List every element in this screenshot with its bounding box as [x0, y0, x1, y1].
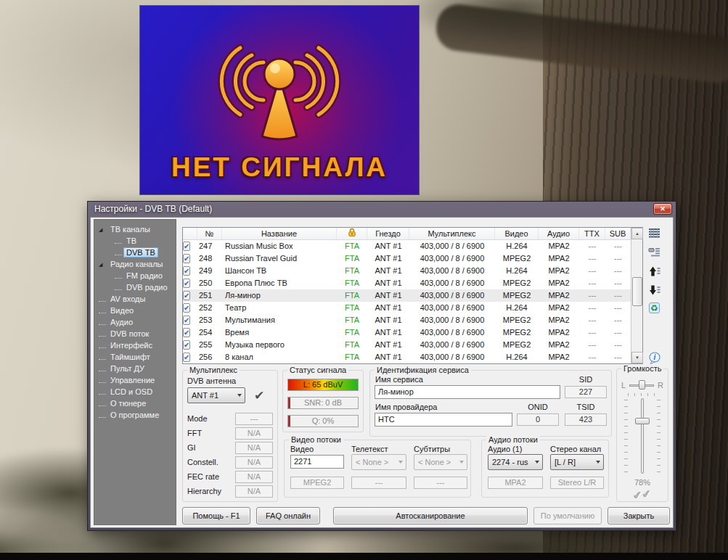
column-header[interactable]: SUB: [605, 228, 631, 239]
column-header[interactable]: Видео: [495, 228, 539, 239]
provider-field[interactable]: НТС: [375, 413, 512, 427]
sidebar-item[interactable]: Таймшифт: [94, 351, 176, 363]
column-header[interactable]: Аудио: [539, 228, 579, 239]
antenna-select[interactable]: ANT #1: [187, 387, 245, 403]
info-icon[interactable]: i: [648, 352, 661, 365]
table-row[interactable]: ✔252ТеатрFTAANT #1403,000 / 8 / 6900H.26…: [183, 302, 631, 314]
ttx-value: ---: [579, 339, 605, 351]
sidebar-item[interactable]: Пульт ДУ: [94, 363, 176, 374]
table-row[interactable]: ✔251Ля-минорFTAANT #1403,000 / 8 / 6900M…: [183, 289, 631, 302]
sidebar-item[interactable]: ТВ: [94, 235, 176, 247]
vertical-scrollbar[interactable]: ▲ ▼: [631, 228, 642, 363]
checkbox-checked[interactable]: ✔: [183, 279, 190, 288]
move-down-icon[interactable]: [648, 284, 661, 297]
scrollbar-thumb[interactable]: [632, 277, 642, 306]
channel-table-header: №НазваниеГнездоМультиплексВидеоАудиоTTXS…: [183, 228, 631, 240]
move-up-icon[interactable]: [648, 265, 661, 279]
table-row[interactable]: ✔255Музыка первогоFTAANT #1403,000 / 8 /…: [183, 339, 631, 351]
sidebar-item[interactable]: ◢ТВ каналы: [94, 223, 176, 235]
table-row[interactable]: ✔254ВремяFTAANT #1403,000 / 8 / 6900MPEG…: [183, 326, 631, 339]
table-row[interactable]: ✔253МультиманияFTAANT #1403,000 / 8 / 69…: [183, 314, 631, 326]
no-signal-video-window[interactable]: НЕТ СИГНАЛА: [140, 6, 419, 194]
column-header[interactable]: Мультиплекс: [409, 228, 495, 239]
sidebar-item[interactable]: О тюнере: [94, 398, 176, 409]
sub-value: ---: [605, 351, 631, 363]
checkbox-checked[interactable]: ✔: [183, 266, 190, 276]
checkbox-checked[interactable]: ✔: [183, 242, 190, 251]
fta-badge: FTA: [337, 314, 367, 326]
column-header-lock[interactable]: [337, 228, 367, 239]
sidebar-item[interactable]: FM радио: [94, 270, 176, 281]
tree-connector: [99, 404, 106, 406]
sidebar-item[interactable]: Интерфейс: [94, 339, 176, 351]
titlebar[interactable]: Настройки - DVB ТВ (Default) ✕: [90, 202, 674, 217]
param-value: N/A: [235, 456, 273, 469]
remove-channel-icon[interactable]: [648, 247, 661, 260]
scroll-up-button[interactable]: ▲: [631, 228, 643, 239]
channel-list-icon[interactable]: [648, 227, 661, 240]
sub-value: ---: [605, 277, 631, 289]
sidebar-item[interactable]: DVB радио: [94, 281, 176, 293]
sidebar-item[interactable]: AV входы: [94, 293, 176, 305]
table-row[interactable]: ✔250Европа Плюс ТВFTAANT #1403,000 / 8 /…: [183, 277, 631, 289]
checkbox-checked[interactable]: ✔: [183, 316, 190, 325]
antenna-select-value: ANT #1: [192, 391, 218, 400]
checkbox-checked[interactable]: ✔: [183, 303, 190, 313]
video-codec: MPEG2: [495, 339, 539, 351]
checkbox-checked[interactable]: ✔: [183, 340, 190, 350]
column-header[interactable]: Гнездо: [367, 228, 409, 239]
multiplex-value: 403,000 / 8 / 6900: [409, 265, 495, 277]
table-row[interactable]: ✔249Шансон ТВFTAANT #1403,000 / 8 / 6900…: [183, 265, 631, 277]
recycle-icon[interactable]: ♻: [648, 302, 661, 315]
video-pid-input[interactable]: 2271: [290, 455, 344, 469]
sidebar-item[interactable]: ◢Радио каналы: [94, 258, 176, 270]
audio-select[interactable]: 2274 - rus: [488, 454, 543, 470]
service-name-field[interactable]: Ля-минор: [375, 385, 560, 399]
table-row[interactable]: ✔247Russian Music BoxFTAANT #1403,000 / …: [183, 240, 631, 252]
checkbox-cell: ✔: [183, 314, 197, 326]
column-header[interactable]: №: [197, 228, 222, 239]
volume-slider-track[interactable]: [641, 398, 644, 474]
ttx-value: ---: [579, 277, 605, 289]
balance-slider-thumb[interactable]: [639, 380, 645, 390]
audio-codec: MPA2: [539, 240, 579, 252]
channel-name: Театр: [222, 302, 337, 314]
sidebar-item[interactable]: DVB поток: [94, 328, 176, 339]
scroll-down-button[interactable]: ▼: [631, 352, 643, 363]
close-dialog-button[interactable]: Закрыть: [608, 507, 670, 524]
sidebar-item[interactable]: DVB ТВ: [94, 247, 176, 258]
quality-bar: Q: 0%: [287, 415, 359, 427]
tree-connector: [99, 358, 106, 360]
checkbox-checked[interactable]: ✔: [183, 328, 190, 337]
balance-left-label: L: [621, 381, 626, 390]
column-header[interactable]: Название: [222, 228, 337, 239]
faq-button[interactable]: FAQ онлайн: [256, 507, 320, 524]
sidebar-item[interactable]: О программе: [94, 409, 176, 421]
snr-bar: SNR: 0 dB: [287, 397, 359, 409]
close-button[interactable]: ✕: [653, 203, 672, 215]
sidebar-item[interactable]: Аудио: [94, 316, 176, 328]
sidebar-item[interactable]: LCD и OSD: [94, 386, 176, 398]
defaults-button: По умолчанию: [533, 507, 602, 524]
sidebar-item[interactable]: Видео: [94, 305, 176, 316]
autoscan-button[interactable]: Автосканирование: [333, 507, 528, 524]
stereo-select[interactable]: [L / R]: [550, 454, 604, 470]
param-value: N/A: [235, 442, 273, 454]
volume-slider-thumb[interactable]: [635, 418, 650, 424]
table-row[interactable]: ✔2568 каналFTAANT #1403,000 / 8 / 6900H.…: [183, 351, 631, 363]
sid-value: 227: [565, 386, 607, 398]
column-header[interactable]: [183, 228, 197, 239]
table-row[interactable]: ✔248Russian Travel GuidFTAANT #1403,000 …: [183, 252, 631, 265]
checkbox-checked[interactable]: ✔: [183, 254, 190, 263]
column-header[interactable]: TTX: [579, 228, 605, 239]
tree-expander-icon[interactable]: ◢: [99, 259, 107, 271]
ttx-value: ---: [579, 252, 605, 265]
dialog-client-area: ◢ТВ каналыТВDVB ТВ◢Радио каналыFM радиоD…: [90, 217, 674, 528]
tree-expander-icon[interactable]: ◢: [99, 224, 107, 236]
help-button[interactable]: Помощь - F1: [182, 507, 250, 524]
checkbox-checked[interactable]: ✔: [183, 291, 190, 300]
antenna-broadcast-icon: [189, 41, 370, 142]
checkbox-checked[interactable]: ✔: [183, 353, 190, 362]
sidebar-item[interactable]: Управление: [94, 374, 176, 386]
sidebar-item-label: Видео: [107, 305, 136, 316]
